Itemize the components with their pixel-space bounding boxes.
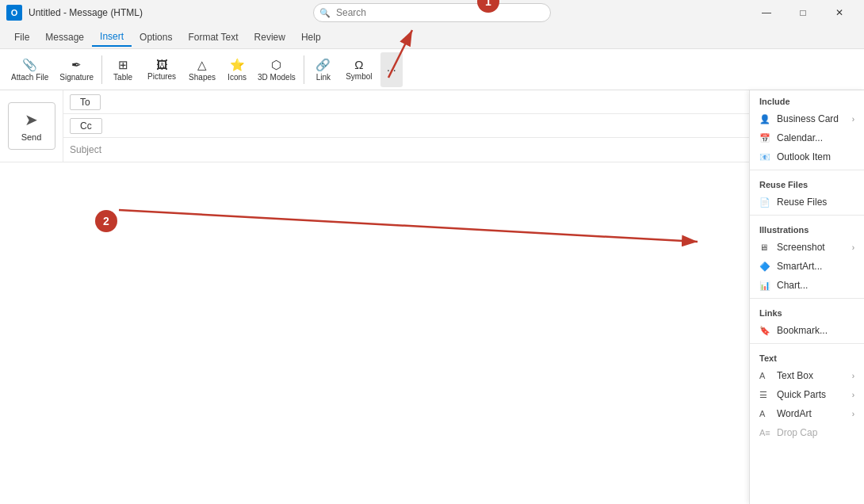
drop-cap-icon: A≡ [759,428,772,437]
screenshot-arrow: › [852,243,854,252]
panel-item-quick-parts[interactable]: ☰ Quick Parts › [750,385,864,404]
text-box-arrow: › [852,372,854,380]
3d-models-label: 3D Models [258,73,296,82]
send-button[interactable]: ➤ Send [8,102,55,150]
business-card-arrow: › [852,115,854,124]
screenshot-icon: 🖥 [759,242,772,252]
symbol-button[interactable]: Ω Symbol [341,52,377,87]
pictures-label: Pictures [147,72,176,81]
divider-1 [750,170,864,170]
tab-message[interactable]: Message [37,29,92,46]
title-bar: O Untitled - Message (HTML) 🔍 — □ ✕ [0,0,864,25]
panel-item-wordart[interactable]: A WordArt › [750,404,864,423]
section-header-links: Links [750,302,864,321]
tab-help[interactable]: Help [293,29,329,46]
divider-2 [750,215,864,216]
link-button[interactable]: 🔗 Link [308,52,339,87]
text-box-label: Text Box [777,370,847,381]
tab-review[interactable]: Review [247,29,293,46]
smartart-label: SmartArt... [777,261,854,272]
fields-col: To Cc Subject [63,90,749,162]
shapes-button[interactable]: △ Shapes [183,52,221,87]
toolbar-separator-1 [101,55,102,84]
icons-button[interactable]: ⭐ Icons [223,52,251,87]
outlook-item-label: Outlook Item [777,151,854,162]
close-button[interactable]: ✕ [821,0,858,25]
tab-insert[interactable]: Insert [92,28,132,47]
email-compose: ➤ Send To Cc Subject [0,90,749,504]
email-body[interactable]: 2 [0,162,749,504]
section-header-text: Text [750,347,864,366]
email-fields-area: ➤ Send To Cc Subject [0,90,749,162]
panel-item-smartart[interactable]: 🔷 SmartArt... [750,257,864,276]
subject-row: Subject [63,138,749,162]
reuse-files-label: Reuse Files [777,197,854,208]
wordart-arrow: › [852,410,854,418]
symbol-icon: Ω [354,58,363,71]
panel-item-outlook-item[interactable]: 📧 Outlook Item [750,147,864,166]
maximize-button[interactable]: □ [785,0,821,25]
section-header-illustrations: Illustrations [750,219,864,238]
screenshot-label: Screenshot [777,242,847,253]
pictures-button[interactable]: 🖼 Pictures [142,52,182,87]
calendar-icon: 📅 [759,133,772,143]
quick-parts-label: Quick Parts [777,389,847,400]
cc-input[interactable] [105,118,743,133]
chart-icon: 📊 [759,281,772,291]
business-card-icon: 👤 [759,114,772,124]
business-card-label: Business Card [777,113,847,124]
3d-models-icon: ⬡ [271,58,281,72]
attach-file-button[interactable]: 📎 Attach File [6,52,53,87]
signature-button[interactable]: ✒ Signature [55,52,98,87]
panel-item-bookmark[interactable]: 🔖 Bookmark... [750,321,864,340]
search-icon: 🔍 [319,8,331,18]
to-input[interactable] [104,94,743,109]
3d-models-button[interactable]: ⬡ 3D Models [253,52,300,87]
toolbar: 📎 Attach File ✒ Signature ⊞ Table 🖼 Pict… [0,49,864,90]
panel-item-text-box[interactable]: A Text Box › [750,366,864,385]
quick-parts-icon: ☰ [759,390,772,400]
send-icon: ➤ [25,110,38,129]
to-row: To [63,90,749,114]
minimize-button[interactable]: — [748,0,785,25]
reuse-files-icon: 📄 [759,197,772,208]
text-box-icon: A [759,371,772,380]
search-container: 🔍 [313,3,551,22]
subject-input[interactable] [108,143,743,158]
panel-item-calendar[interactable]: 📅 Calendar... [750,128,864,147]
panel-item-screenshot[interactable]: 🖥 Screenshot › [750,238,864,257]
search-input[interactable] [313,3,551,22]
to-button[interactable]: To [70,94,101,110]
outlook-item-icon: 📧 [759,152,772,162]
table-button[interactable]: ⊞ Table [105,52,140,87]
table-label: Table [113,73,132,82]
divider-4 [750,343,864,344]
shapes-label: Shapes [189,73,216,82]
title-bar-left: O Untitled - Message (HTML) [6,5,143,21]
shapes-icon: △ [197,58,207,72]
dropdown-panel: Include 👤 Business Card › 📅 Calendar... … [749,90,864,504]
attach-file-icon: 📎 [22,58,37,72]
main-area: ➤ Send To Cc Subject [0,90,864,504]
table-icon: ⊞ [118,58,128,72]
calendar-label: Calendar... [777,132,854,143]
section-header-reuse: Reuse Files [750,174,864,193]
signature-icon: ✒ [71,58,82,72]
tab-options[interactable]: Options [132,29,180,46]
panel-item-business-card[interactable]: 👤 Business Card › [750,109,864,128]
icons-label: Icons [227,73,247,82]
panel-item-chart[interactable]: 📊 Chart... [750,276,864,295]
attach-file-label: Attach File [11,73,48,82]
ribbon-tabs: File Message Insert Options Format Text … [0,25,864,49]
icons-icon: ⭐ [230,58,245,72]
app-logo: O [6,5,22,21]
tab-file[interactable]: File [6,29,37,46]
annotation-circle-2: 2 [95,210,117,232]
panel-item-reuse-files[interactable]: 📄 Reuse Files [750,193,864,212]
tab-format-text[interactable]: Format Text [180,29,246,46]
subject-label: Subject [70,144,101,155]
section-header-include: Include [750,90,864,109]
cc-button[interactable]: Cc [70,118,102,134]
symbol-label: Symbol [346,72,372,81]
more-button[interactable]: ··· [380,52,403,87]
